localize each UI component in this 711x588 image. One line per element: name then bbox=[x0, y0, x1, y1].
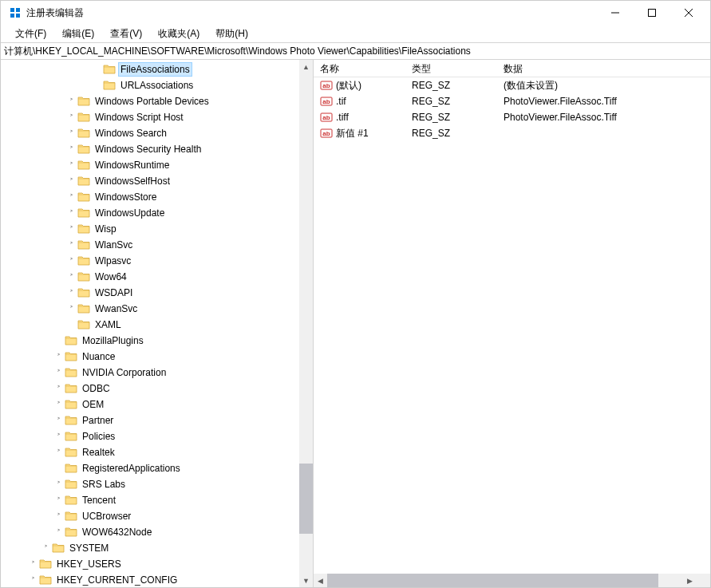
expand-icon[interactable]: ˃ bbox=[65, 241, 77, 250]
address-bar[interactable]: 计算机\HKEY_LOCAL_MACHINE\SOFTWARE\Microsof… bbox=[1, 42, 710, 60]
scroll-left-button[interactable]: ◀ bbox=[314, 574, 327, 587]
tree-item-label: WSDAPI bbox=[93, 286, 134, 299]
expand-icon[interactable]: ˃ bbox=[65, 97, 77, 106]
expand-icon[interactable]: ˃ bbox=[65, 129, 77, 138]
column-header-data[interactable]: 数据 bbox=[497, 60, 710, 77]
expand-icon[interactable]: ˃ bbox=[65, 273, 77, 282]
expand-icon[interactable]: ˃ bbox=[52, 385, 65, 393]
tree-item[interactable]: ˃Tencent bbox=[1, 492, 299, 508]
folder-icon bbox=[77, 207, 90, 219]
tree-item[interactable]: URLAssociations bbox=[1, 77, 299, 93]
tree-item[interactable]: ˃Partner bbox=[1, 412, 299, 428]
expand-icon[interactable]: ˃ bbox=[52, 448, 65, 457]
tree-item[interactable]: ˃WindowsRuntime bbox=[1, 157, 299, 173]
scroll-thumb[interactable] bbox=[299, 464, 313, 534]
hscroll-thumb[interactable] bbox=[327, 574, 658, 587]
menu-view[interactable]: 查看(V) bbox=[102, 26, 150, 42]
folder-icon bbox=[77, 319, 90, 330]
expand-icon[interactable]: ˃ bbox=[65, 177, 77, 186]
value-name: 新值 #1 bbox=[336, 127, 369, 140]
folder-icon bbox=[77, 255, 90, 266]
tree-item[interactable]: ˃Realtek bbox=[1, 444, 299, 460]
tree-item[interactable]: ˃WwanSvc bbox=[1, 301, 299, 317]
expand-icon[interactable]: ˃ bbox=[65, 305, 77, 314]
tree-item[interactable]: ˃WlanSvc bbox=[1, 237, 299, 253]
expand-icon[interactable]: ˃ bbox=[39, 544, 52, 553]
tree-item[interactable]: XAML bbox=[1, 317, 299, 333]
value-name: .tif bbox=[336, 96, 346, 107]
value-name: (默认) bbox=[336, 79, 361, 93]
expand-icon[interactable]: ˃ bbox=[52, 512, 65, 521]
menu-edit[interactable]: 编辑(E) bbox=[54, 26, 102, 42]
tree-item[interactable]: ˃HKEY_CURRENT_CONFIG bbox=[1, 572, 299, 587]
expand-icon[interactable]: ˃ bbox=[52, 369, 65, 377]
tree-item[interactable]: ˃Windows Security Health bbox=[1, 141, 299, 157]
expand-icon[interactable]: ˃ bbox=[65, 257, 77, 266]
value-list[interactable]: ab(默认)REG_SZ(数值未设置)ab.tifREG_SZPhotoView… bbox=[314, 77, 710, 574]
tree-item[interactable]: ˃WindowsUpdate bbox=[1, 205, 299, 221]
minimize-button[interactable] bbox=[597, 1, 634, 25]
expand-icon[interactable]: ˃ bbox=[65, 289, 77, 298]
scroll-down-button[interactable]: ▼ bbox=[299, 574, 313, 587]
tree-item[interactable]: ˃WindowsStore bbox=[1, 189, 299, 205]
tree-item[interactable]: ˃OEM bbox=[1, 397, 299, 412]
tree-item[interactable]: ˃Wow64 bbox=[1, 269, 299, 285]
tree-item[interactable]: ˃SYSTEM bbox=[1, 540, 299, 556]
column-header-name[interactable]: 名称 bbox=[314, 60, 405, 77]
tree-item[interactable]: ˃SRS Labs bbox=[1, 476, 299, 492]
menu-help[interactable]: 帮助(H) bbox=[207, 26, 256, 42]
expand-icon[interactable]: ˃ bbox=[65, 225, 77, 234]
tree-item[interactable]: ˃HKEY_USERS bbox=[1, 556, 299, 572]
folder-icon bbox=[65, 431, 77, 442]
maximize-button[interactable] bbox=[634, 1, 670, 25]
expand-icon[interactable]: ˃ bbox=[52, 353, 65, 361]
menu-favorites[interactable]: 收藏夹(A) bbox=[150, 26, 207, 42]
tree-item[interactable]: ˃Windows Script Host bbox=[1, 109, 299, 125]
tree-item-label: Windows Script Host bbox=[93, 111, 185, 124]
expand-icon[interactable]: ˃ bbox=[52, 401, 65, 409]
tree-item[interactable]: MozillaPlugins bbox=[1, 333, 299, 349]
value-row[interactable]: ab新值 #1REG_SZ bbox=[314, 125, 710, 141]
tree-item[interactable]: ˃WSDAPI bbox=[1, 285, 299, 301]
expand-icon[interactable]: ˃ bbox=[65, 113, 77, 122]
expand-icon[interactable]: ˃ bbox=[52, 496, 65, 505]
folder-icon bbox=[77, 112, 90, 123]
tree-item-label: WindowsRuntime bbox=[93, 159, 171, 172]
tree-item[interactable]: ˃Nuance bbox=[1, 349, 299, 365]
value-row[interactable]: ab(默认)REG_SZ(数值未设置) bbox=[314, 77, 710, 93]
expand-icon[interactable]: ˃ bbox=[52, 432, 65, 441]
expand-icon[interactable]: ˃ bbox=[52, 416, 65, 425]
tree-item[interactable]: FileAssociations bbox=[1, 61, 299, 77]
registry-tree[interactable]: FileAssociationsURLAssociations˃Windows … bbox=[1, 60, 299, 587]
list-horizontal-scrollbar[interactable]: ◀ ▶ bbox=[314, 574, 697, 587]
tree-item[interactable]: ˃NVIDIA Corporation bbox=[1, 365, 299, 381]
tree-item[interactable]: ˃UCBrowser bbox=[1, 508, 299, 524]
tree-item[interactable]: RegisteredApplications bbox=[1, 460, 299, 476]
tree-item[interactable]: ˃WindowsSelfHost bbox=[1, 173, 299, 189]
close-button[interactable] bbox=[670, 1, 707, 25]
scroll-right-button[interactable]: ▶ bbox=[683, 574, 697, 587]
tree-item[interactable]: ˃Policies bbox=[1, 428, 299, 444]
expand-icon[interactable]: ˃ bbox=[65, 161, 77, 170]
scroll-up-button[interactable]: ▲ bbox=[299, 60, 313, 73]
tree-item[interactable]: ˃Wisp bbox=[1, 221, 299, 237]
tree-item[interactable]: ˃WOW6432Node bbox=[1, 524, 299, 540]
folder-icon bbox=[103, 80, 116, 91]
expand-icon[interactable]: ˃ bbox=[65, 193, 77, 202]
expand-icon[interactable]: ˃ bbox=[26, 560, 39, 569]
value-row[interactable]: ab.tiffREG_SZPhotoViewer.FileAssoc.Tiff bbox=[314, 109, 710, 125]
string-value-icon: ab bbox=[320, 111, 333, 124]
expand-icon[interactable]: ˃ bbox=[65, 209, 77, 218]
tree-item[interactable]: ˃Wlpasvc bbox=[1, 253, 299, 269]
tree-item[interactable]: ˃ODBC bbox=[1, 381, 299, 397]
expand-icon[interactable]: ˃ bbox=[26, 576, 39, 585]
expand-icon[interactable]: ˃ bbox=[65, 145, 77, 154]
expand-icon[interactable]: ˃ bbox=[52, 528, 65, 537]
menu-file[interactable]: 文件(F) bbox=[7, 26, 54, 42]
tree-item[interactable]: ˃Windows Search bbox=[1, 125, 299, 141]
column-header-type[interactable]: 类型 bbox=[405, 60, 497, 77]
tree-item[interactable]: ˃Windows Portable Devices bbox=[1, 93, 299, 109]
expand-icon[interactable]: ˃ bbox=[52, 480, 65, 489]
value-row[interactable]: ab.tifREG_SZPhotoViewer.FileAssoc.Tiff bbox=[314, 93, 710, 109]
tree-vertical-scrollbar[interactable]: ▲ ▼ bbox=[299, 60, 313, 587]
